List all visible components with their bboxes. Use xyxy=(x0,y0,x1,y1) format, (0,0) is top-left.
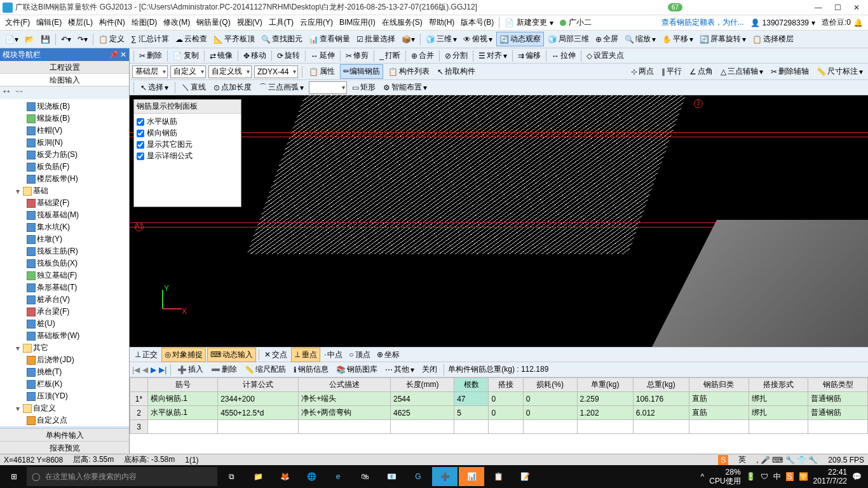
pin-icon[interactable]: 📌 ✕ xyxy=(109,50,126,59)
grid-cell[interactable]: 普通钢筋 xyxy=(808,406,868,420)
column-header[interactable]: 总重(kg) xyxy=(633,378,689,392)
menu-draw[interactable]: 绘图(D) xyxy=(129,16,160,29)
grid-cell[interactable]: 水平纵筋.1 xyxy=(148,406,218,420)
grid-cell[interactable]: 5 xyxy=(454,406,489,420)
batch-select-button[interactable]: ☑批量选择 xyxy=(354,32,398,46)
tree-item[interactable]: 板洞(N) xyxy=(0,137,129,149)
column-header[interactable]: 钢筋归类 xyxy=(689,378,749,392)
tray-icon[interactable]: 🔋 xyxy=(746,472,756,481)
rebar-display-panel[interactable]: 钢筋显示控制面板 水平纵筋 横向钢筋 显示其它图元 显示详细公式 xyxy=(133,99,241,207)
menu-component[interactable]: 构件(N) xyxy=(97,16,128,29)
grid-cell[interactable]: 2344+200 xyxy=(218,392,299,406)
taskbar-search[interactable]: ◯ 在这里输入你要搜索的内容 xyxy=(27,467,217,486)
tab-draw-input[interactable]: 绘图输入 xyxy=(0,74,129,86)
tree-item[interactable]: 筏板主筋(R) xyxy=(0,245,129,257)
new-change-button[interactable]: 📄新建变更▾ xyxy=(502,17,556,28)
save-button[interactable]: 💾 xyxy=(38,34,53,45)
menu-cloud[interactable]: 云应用(Y) xyxy=(297,16,336,29)
ime-indicator[interactable]: S xyxy=(718,455,728,465)
delete-row-button[interactable]: ➖删除 xyxy=(208,363,240,376)
tree-item[interactable]: 筏板负筋(X) xyxy=(0,257,129,269)
grid-cell[interactable]: 横向钢筋.1 xyxy=(148,392,218,406)
tree-item[interactable]: 基础板带(W) xyxy=(0,330,129,342)
level-top-button[interactable]: 📐平齐板顶 xyxy=(211,32,257,46)
maximize-button[interactable]: ☐ xyxy=(829,1,846,14)
grid-cell[interactable] xyxy=(218,420,299,434)
tree-item[interactable]: 楼层板带(H) xyxy=(0,173,129,185)
extra-dropdown[interactable]: 📦▾ xyxy=(399,34,417,45)
component-tree[interactable]: 现浇板(B)螺旋板(B)柱帽(V)板洞(N)板受力筋(S)板负筋(F)楼层板带(… xyxy=(0,99,129,428)
view-rebar-button[interactable]: 📊查看钢量 xyxy=(306,32,353,46)
grid-cell[interactable] xyxy=(633,420,689,434)
grid-cell[interactable]: 1* xyxy=(130,392,148,406)
check-horizontal-rebar[interactable]: 水平纵筋 xyxy=(137,116,238,127)
column-header[interactable]: 根数 xyxy=(454,378,489,392)
insert-row-button[interactable]: ➕插入 xyxy=(175,363,206,376)
start-button[interactable]: ⊞ xyxy=(3,467,25,486)
menu-bim[interactable]: BIM应用(I) xyxy=(337,16,378,29)
tree-item[interactable]: 栏板(K) xyxy=(0,378,129,390)
grid-cell[interactable]: 0 xyxy=(523,392,577,406)
look-button[interactable]: 👁俯视▾ xyxy=(461,32,495,46)
tree-item[interactable]: 集水坑(K) xyxy=(0,221,129,233)
select-floor-button[interactable]: 📋选择楼层 xyxy=(750,32,796,46)
rebar-info-button[interactable]: ℹ钢筋信息 xyxy=(291,363,331,376)
other-button[interactable]: ⋯其他▾ xyxy=(383,363,417,376)
grid-cell[interactable] xyxy=(808,420,868,434)
tree-item[interactable]: 基础梁(F) xyxy=(0,197,129,209)
3d-button[interactable]: 🧊三维▾ xyxy=(423,32,459,46)
pan-button[interactable]: ✋平移▾ xyxy=(660,32,696,46)
select-tool[interactable]: ↖选择▾ xyxy=(138,81,171,94)
column-header[interactable]: 单重(kg) xyxy=(577,378,633,392)
tree-item[interactable]: 挑檐(T) xyxy=(0,366,129,378)
grid-cell[interactable] xyxy=(390,420,454,434)
grid-cell[interactable]: 47 xyxy=(454,392,489,406)
close-grid-button[interactable]: 关闭 xyxy=(419,363,440,376)
grid-cell[interactable] xyxy=(749,420,808,434)
tray-icon[interactable]: 🛡 xyxy=(761,472,768,481)
define-button[interactable]: 📋定义 xyxy=(96,32,127,46)
column-header[interactable]: 公式描述 xyxy=(299,378,391,392)
rotate-cmd[interactable]: ⟳旋转 xyxy=(275,49,302,62)
zoom-button[interactable]: 🔍缩放▾ xyxy=(622,32,658,46)
arc3-tool[interactable]: ⌒三点画弧▾ xyxy=(257,81,306,94)
taskbar-app[interactable]: G xyxy=(405,467,431,486)
break-cmd[interactable]: ⎯打断 xyxy=(377,49,403,62)
tree-item[interactable]: 筏板基础(M) xyxy=(0,209,129,221)
grid-cell[interactable]: 4625 xyxy=(390,406,454,420)
tab-single-input[interactable]: 单构件输入 xyxy=(0,428,129,441)
column-header[interactable]: 钢筋类型 xyxy=(808,378,868,392)
menu-view[interactable]: 视图(V) xyxy=(234,16,265,29)
collapse-icon[interactable]: ⁻⁻ xyxy=(15,88,23,97)
tree-item[interactable]: 桩(U) xyxy=(0,318,129,330)
grips-cmd[interactable]: ◇设置夹点 xyxy=(584,49,627,62)
tree-item[interactable]: 板负筋(F) xyxy=(0,161,129,173)
midpoint-snap[interactable]: ·中点 xyxy=(322,348,345,362)
tree-item[interactable]: 桩承台(V) xyxy=(0,294,129,306)
item-combo[interactable]: ZDYX-44 xyxy=(254,65,298,78)
grid-cell[interactable]: 0 xyxy=(489,406,523,420)
intersect-snap[interactable]: ✕交点 xyxy=(262,348,290,362)
tree-item[interactable]: 柱墩(Y) xyxy=(0,233,129,245)
tray-sogou[interactable]: S xyxy=(786,472,794,481)
smart-layout-tool[interactable]: ⚙智能布置▾ xyxy=(381,81,430,94)
tree-item[interactable]: 柱帽(V) xyxy=(0,125,129,137)
sum-calc-button[interactable]: ∑ 汇总计算 xyxy=(128,32,172,46)
grid-cell[interactable]: 直筋 xyxy=(689,392,749,406)
open-button[interactable]: 📂 xyxy=(22,34,37,45)
grid-cell[interactable] xyxy=(454,420,489,434)
screen-rotate-button[interactable]: 🔄屏幕旋转▾ xyxy=(697,32,749,46)
grid-cell[interactable]: 净长+两倍弯钩 xyxy=(299,406,391,420)
notification-center[interactable]: 💬 xyxy=(852,472,862,481)
clock[interactable]: 22:412017/7/22 xyxy=(813,468,847,486)
attr-button[interactable]: 📋属性 xyxy=(306,65,337,78)
grid-cell[interactable]: 0 xyxy=(489,392,523,406)
endpoint-snap[interactable]: ○顶点 xyxy=(346,348,372,362)
grid-cell[interactable]: 直筋 xyxy=(689,406,749,420)
check-other-elements[interactable]: 显示其它图元 xyxy=(137,139,238,150)
coord-snap[interactable]: ⊕坐标 xyxy=(374,348,402,362)
menu-floor[interactable]: 楼层(L) xyxy=(65,16,95,29)
taskbar-app[interactable]: 📊 xyxy=(459,467,484,486)
tray-ime[interactable]: 中 xyxy=(773,471,781,482)
local-3d-button[interactable]: 🧊局部三维 xyxy=(545,32,592,46)
